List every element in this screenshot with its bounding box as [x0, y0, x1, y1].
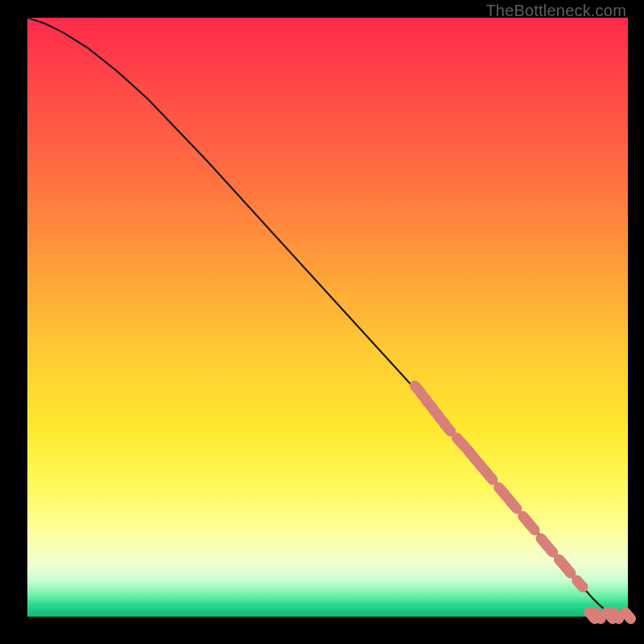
marker-dot [565, 567, 571, 573]
marker-dot [529, 523, 535, 530]
marker-dot [613, 612, 618, 618]
marker-dot [547, 546, 552, 552]
marker-dot [625, 612, 630, 618]
marker-dot [595, 612, 601, 618]
marker-dot [445, 424, 451, 431]
marker-dot [577, 580, 583, 587]
plot-area [27, 18, 628, 617]
marker-group [415, 386, 630, 619]
curve-svg [27, 18, 628, 617]
chart-frame: TheBottleneck.com [0, 0, 644, 644]
marker-dot [511, 502, 517, 508]
marker-dot [487, 473, 493, 480]
